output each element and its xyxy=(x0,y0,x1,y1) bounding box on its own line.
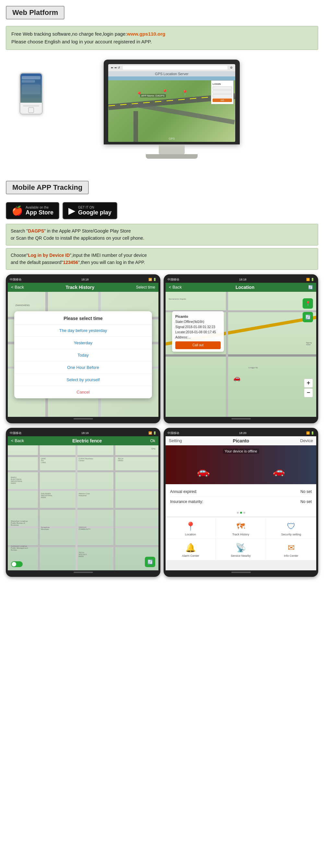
phone2-content: Sacramento Angular Longgo Nu NgongHotel … xyxy=(166,292,316,417)
time-select-yesterday[interactable]: Yesterday xyxy=(14,337,152,349)
security-grid-icon: 🛡 xyxy=(287,522,295,531)
web-info-box: Free Web tracking software,no charge fee… xyxy=(6,26,318,50)
location-map: Sacramento Angular Longgo Nu NgongHotel … xyxy=(166,292,316,417)
gps-title: GPS Location Server xyxy=(108,71,235,76)
mobile-app-header: Mobile APP Tracking xyxy=(6,181,89,194)
phone3-back-button[interactable]: < Back xyxy=(11,438,24,443)
time-select-by-yourself[interactable]: Select by yourself xyxy=(14,374,152,386)
phone3-content: QINGHULAKE BAIFUELECTRONINDUSTRIALPARK C… xyxy=(8,445,158,570)
grid-item-location[interactable]: 📍 Location xyxy=(166,518,216,539)
phone2-back-button[interactable]: < Back xyxy=(169,285,182,289)
grid-item-info[interactable]: ✉ Info Center xyxy=(266,539,316,560)
time-select-today[interactable]: Today xyxy=(14,349,152,362)
phone1-nav-bar: < Back Track History Select time xyxy=(8,283,158,292)
info-grid-icon: ✉ xyxy=(288,543,295,553)
phone3-ok-button[interactable]: Ok xyxy=(150,438,155,443)
phone1-track-history: 中国移动 18:18 📶 🔋 < Back Track History Sele… xyxy=(6,274,160,423)
grid-item-track-history[interactable]: 🗺 Track History xyxy=(216,518,266,539)
zoom-out-button[interactable]: − xyxy=(304,388,313,397)
phone1-back-button[interactable]: < Back xyxy=(11,285,24,289)
login-panel: LOGIN GO xyxy=(211,80,234,104)
app-store-button[interactable]: 🍎 Available on the App Store xyxy=(6,202,59,219)
grid-item-security[interactable]: 🛡 Security setting xyxy=(266,518,316,539)
dot-1 xyxy=(237,512,239,514)
phone4-title: Picanto xyxy=(233,438,249,443)
time-select-cancel[interactable]: Cancel xyxy=(14,386,152,398)
phone1-content: ZHANGHENG Longggang Huafum Mansion Jianx… xyxy=(8,292,158,417)
device-icon-grid: 📍 Location 🗺 Track History 🛡 Security se… xyxy=(166,518,316,560)
phone4-home-indicator xyxy=(231,572,251,573)
device-info-rows: Annual expired: No set Insurance maturit… xyxy=(166,484,316,509)
phone2-location: 中国移动 18:18 📶 🔋 < Back Location 🔄 xyxy=(164,274,318,423)
phone2-nav-bar: < Back Location 🔄 xyxy=(166,283,316,292)
phone2-location-icon[interactable]: 🔄 xyxy=(308,285,313,289)
dot-3 xyxy=(243,512,245,514)
device-image-area: ⬅ ➡ ↺ ⚙ GPS Location Server xyxy=(0,53,324,168)
phone1-select-time[interactable]: Select time xyxy=(136,285,155,289)
web-platform-section: Web Platform Free Web tracking software,… xyxy=(0,0,324,175)
monitor-screen: ⬅ ➡ ↺ ⚙ GPS Location Server xyxy=(108,64,235,142)
phone3-status-bar: 中国移动 18:19 📶 🔋 xyxy=(8,431,158,436)
track-history-map: ZHANGHENG Longggang Huafum Mansion Jianx… xyxy=(8,292,158,417)
google-play-button[interactable]: ▶ GET IT ON Google play xyxy=(62,202,117,219)
phone-small-screen xyxy=(21,73,42,103)
phone2-status-bar: 中国移动 18:18 📶 🔋 xyxy=(166,278,316,283)
phone3-home-indicator xyxy=(73,572,93,573)
time-select-day-before-yesterday[interactable]: The day before yesterday xyxy=(14,324,152,337)
insurance-maturity-row: Insurance maturity: No set xyxy=(170,497,312,506)
phone1-title: Track History xyxy=(66,285,95,290)
device-banner: Your device is offline 🚗 🚗 xyxy=(166,445,316,484)
phone-screenshots-row2: 中国移动 18:19 📶 🔋 < Back Electric fence Ok xyxy=(6,428,318,577)
fence-action-icon[interactable]: 🔄 xyxy=(145,557,155,567)
phone3-nav-bar: < Back Electric fence Ok xyxy=(8,436,158,445)
car-pin: 🚗 xyxy=(233,374,240,381)
location-map-icon2[interactable]: 🔄 xyxy=(303,312,313,322)
fence-toggle[interactable] xyxy=(11,561,23,567)
time-select-title: Please select time xyxy=(14,311,152,324)
alarm-grid-icon: 🔔 xyxy=(185,543,196,553)
phone4-nav-bar: Setting Picanto Device xyxy=(166,436,316,445)
phone1-status-bar: 中国移动 18:18 📶 🔋 xyxy=(8,278,158,283)
mobile-app-section: Mobile APP Tracking 🍎 Available on the A… xyxy=(0,175,324,585)
location-map-icon1[interactable]: 📍 xyxy=(303,298,313,309)
zoom-in-button[interactable]: + xyxy=(304,379,313,388)
device-dots xyxy=(166,509,316,516)
location-popup: Picanto State:Offline(9d16h) Signal:2018… xyxy=(172,311,224,352)
phone4-device: 中国移动 18:20 📶 🔋 Setting Picanto Device Yo… xyxy=(164,428,318,577)
offline-text: Your device is offline xyxy=(223,448,259,454)
track-history-grid-icon: 🗺 xyxy=(237,522,245,531)
phone-small-mockup xyxy=(20,72,49,115)
phone-screenshots-row1: 中国移动 18:18 📶 🔋 < Back Track History Sele… xyxy=(6,274,318,423)
grid-item-service[interactable]: 📡 Service Nearby xyxy=(216,539,266,560)
service-grid-icon: 📡 xyxy=(236,543,246,553)
login-info-box: Choose"Log in by Device ID",input the IM… xyxy=(6,248,318,270)
zoom-buttons: + − xyxy=(304,379,313,397)
grid-item-alarm[interactable]: 🔔 Alarm Center xyxy=(166,539,216,560)
phone3-electric-fence: 中国移动 18:19 📶 🔋 < Back Electric fence Ok xyxy=(6,428,160,577)
phone2-title: Location xyxy=(236,285,254,290)
phone1-home-indicator xyxy=(73,418,93,420)
apple-icon: 🍎 xyxy=(12,205,23,216)
phone4-setting-button[interactable]: Setting xyxy=(169,438,182,443)
electric-fence-map: QINGHULAKE BAIFUELECTRONINDUSTRIALPARK C… xyxy=(8,445,158,570)
call-out-button[interactable]: Call out xyxy=(175,341,220,349)
search-info-box: Search "DAGPS" in the Apple APP Store/Go… xyxy=(6,224,318,246)
phone4-content: Your device is offline 🚗 🚗 Annual expire… xyxy=(166,445,316,570)
google-play-icon: ▶ xyxy=(68,205,76,216)
car-left-icon: 🚗 xyxy=(197,465,210,477)
time-select-one-hour[interactable]: One Hour Before xyxy=(14,362,152,374)
dot-2-active xyxy=(240,512,242,514)
monitor-mockup: ⬅ ➡ ↺ ⚙ GPS Location Server xyxy=(104,60,240,159)
phone4-device-button[interactable]: Device xyxy=(300,438,313,443)
time-select-modal: Please select time The day before yester… xyxy=(14,311,152,398)
car-right-icon: 🚗 xyxy=(273,465,285,477)
car-icon-area: 🚗 🚗 xyxy=(166,458,316,484)
web-platform-header: Web Platform xyxy=(6,6,64,20)
phone4-status-bar: 中国移动 18:20 📶 🔋 xyxy=(166,431,316,436)
phone2-home-indicator xyxy=(231,418,251,420)
login-button[interactable]: GO xyxy=(212,98,232,102)
fence-toggle-area xyxy=(11,561,23,567)
annual-expired-row: Annual expired: No set xyxy=(170,487,312,497)
location-grid-icon: 📍 xyxy=(185,522,196,531)
store-buttons-row: 🍎 Available on the App Store ▶ GET IT ON… xyxy=(6,202,318,219)
